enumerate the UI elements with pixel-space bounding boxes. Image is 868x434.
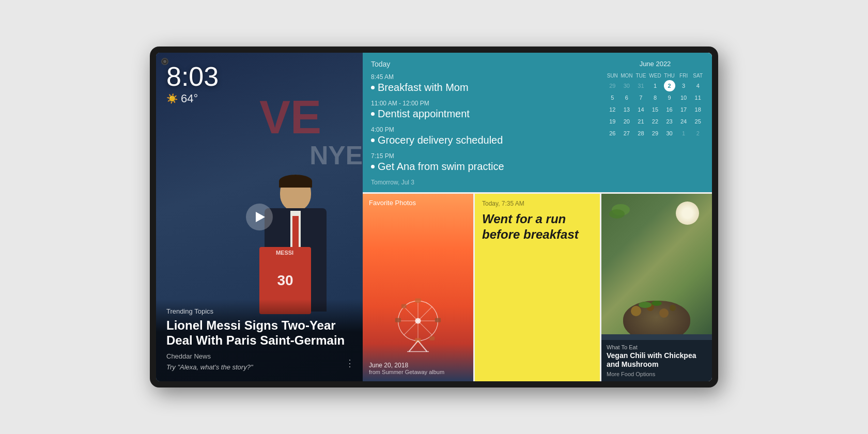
svg-rect-6 [415,299,421,303]
calendar-section: June 2022 SUN MON TUE WED THU FRI SAT 29… [598,53,712,192]
cal-day[interactable]: 5 [607,92,618,103]
video-panel[interactable]: VE NYE 30 [156,53,363,381]
camera [161,58,168,65]
food-image [601,194,712,334]
svg-rect-9 [435,318,441,322]
cal-day[interactable]: 30 [664,128,675,139]
what-to-eat-label: What To Eat [607,344,707,350]
food-title: Vegan Chili with Chickpea and Mushroom [607,351,707,369]
svg-rect-11 [429,336,435,340]
cal-day[interactable]: 23 [664,116,675,127]
weather-display: ☀️ 64° [166,92,219,105]
right-panel: Today 8:45 AM Breakfast with Mom 11:00 A… [363,53,712,381]
bottom-cards: Favorite Photos [363,192,712,381]
bullet-icon-1 [371,86,375,89]
photos-label: Favorite Photos [369,199,416,207]
cal-day[interactable]: 17 [678,104,689,115]
bullet-icon-3 [371,138,375,142]
schedule-section: Today 8:45 AM Breakfast with Mom 11:00 A… [363,53,598,192]
time-weather-widget: 8:03 ☀️ 64° [166,63,219,105]
food-label-area: What To Eat Vegan Chili with Chickpea an… [601,340,712,381]
more-food-options[interactable]: More Food Options [607,371,707,377]
schedule-item-2[interactable]: 11:00 AM - 12:00 PM Dentist appointment [371,100,590,120]
cal-day[interactable]: 8 [649,92,661,103]
cal-header-wed: WED [648,72,662,80]
cal-day[interactable]: 29 [607,80,618,91]
cal-day[interactable]: 10 [678,92,689,103]
note-card[interactable]: Today, 7:35 AM Went for a run before bre… [475,194,600,381]
clock-display: 8:03 [166,63,219,90]
schedule-item-3[interactable]: 4:00 PM Grocery delivery scheduled [371,126,590,146]
cal-day[interactable]: 30 [621,80,632,91]
cal-header-tue: TUE [634,72,648,80]
cal-day[interactable]: 9 [664,92,675,103]
cal-day[interactable]: 12 [607,104,618,115]
cal-day[interactable]: 1 [649,80,661,91]
bullet-icon-2 [371,112,375,116]
note-timestamp: Today, 7:35 AM [482,200,593,207]
cal-day[interactable]: 16 [664,104,675,115]
svg-rect-7 [415,338,421,343]
cal-header-sun: SUN [606,72,619,80]
cal-day[interactable]: 21 [635,116,646,127]
svg-line-13 [418,341,427,352]
cal-day[interactable]: 7 [635,92,646,103]
cal-header-fri: FRI [677,72,691,80]
schedule-time-4: 7:15 PM [371,152,590,160]
cal-day[interactable]: 11 [692,92,704,103]
cal-day[interactable]: 15 [649,104,661,115]
alexa-prompt: Try "Alexa, what's the story?" [166,363,352,371]
device-screen: VE NYE 30 [156,53,712,381]
schedule-time-2: 11:00 AM - 12:00 PM [371,100,590,107]
cal-day[interactable]: 14 [635,104,646,115]
cal-day[interactable]: 6 [621,92,632,103]
svg-rect-10 [401,304,407,308]
cal-day[interactable]: 29 [649,128,661,139]
schedule-title-2: Dentist appointment [371,108,590,120]
cal-day[interactable]: 31 [635,80,646,91]
calendar-grid: SUN MON TUE WED THU FRI SAT 29 30 31 1 [606,72,705,139]
schedule-item-4[interactable]: 7:15 PM Get Ana from swim practice [371,152,590,173]
schedule-time-3: 4:00 PM [371,126,590,133]
note-content: Went for a run before breakfast [482,211,593,242]
temperature: 64° [181,92,198,105]
cal-day[interactable]: 18 [692,104,704,115]
cal-day[interactable]: 1 [678,128,689,139]
cal-day[interactable]: 24 [678,116,689,127]
food-card[interactable]: What To Eat Vegan Chili with Chickpea an… [601,194,712,381]
screen-content: VE NYE 30 [156,53,712,381]
svg-line-12 [409,341,419,352]
schedule-item-1[interactable]: 8:45 AM Breakfast with Mom [371,73,590,94]
bullet-icon-4 [371,165,375,168]
cal-day[interactable]: 25 [692,116,704,127]
cal-day-today[interactable]: 2 [664,80,675,91]
cal-day[interactable]: 20 [621,116,632,127]
tomorrow-preview: Tomorrow, Jul 3 [371,179,590,186]
schedule-time-1: 8:45 AM [371,73,590,81]
cal-header-thu: THU [662,72,676,80]
amazon-echo-show-device: VE NYE 30 [150,47,718,388]
video-background: VE NYE 30 [156,53,363,381]
cal-day[interactable]: 22 [649,116,661,127]
weather-icon: ☀️ [166,93,178,104]
schedule-title-4: Get Ana from swim practice [371,161,590,173]
cal-day[interactable]: 3 [678,80,689,91]
news-headline: Lionel Messi Signs Two-Year Deal With Pa… [166,318,352,348]
photos-card[interactable]: Favorite Photos [363,194,473,381]
cal-day[interactable]: 13 [621,104,632,115]
play-icon [256,212,265,222]
cal-day[interactable]: 26 [607,128,618,139]
cal-day[interactable]: 2 [692,128,704,139]
calendar-month: June 2022 [606,60,705,68]
cal-day[interactable]: 28 [635,128,646,139]
svg-rect-8 [395,318,401,322]
news-overlay: Trending Topics Lionel Messi Signs Two-Y… [156,299,363,381]
schedule-title-1: Breakfast with Mom [371,82,590,94]
cal-day[interactable]: 19 [607,116,618,127]
more-options-button[interactable]: ⋮ [345,358,354,369]
news-source: Cheddar News [166,352,352,360]
play-button[interactable] [246,204,273,230]
ferris-wheel-image [377,288,459,361]
cal-day[interactable]: 27 [621,128,632,139]
cal-day[interactable]: 4 [692,80,704,91]
